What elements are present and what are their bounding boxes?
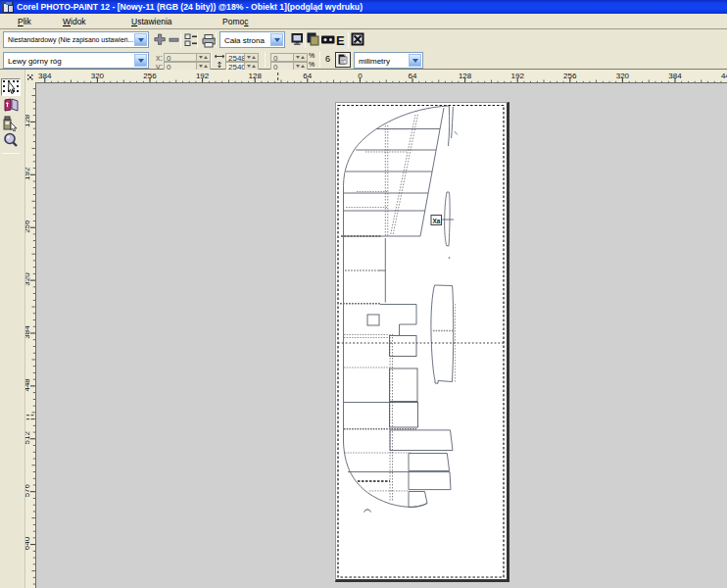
svg-text:512: 512 xyxy=(25,431,31,445)
svg-text:128: 128 xyxy=(25,114,31,127)
svg-text:E: E xyxy=(336,33,345,48)
svg-text:320: 320 xyxy=(25,272,31,286)
svg-text:448: 448 xyxy=(25,378,31,392)
svg-text:576: 576 xyxy=(25,483,31,497)
svg-text:256: 256 xyxy=(25,220,31,233)
svg-text:640: 640 xyxy=(25,536,31,550)
svg-text:384: 384 xyxy=(25,325,31,339)
svg-text:192: 192 xyxy=(25,167,31,180)
svg-text:Xa: Xa xyxy=(433,218,441,224)
svg-text:448: 448 xyxy=(721,72,727,80)
